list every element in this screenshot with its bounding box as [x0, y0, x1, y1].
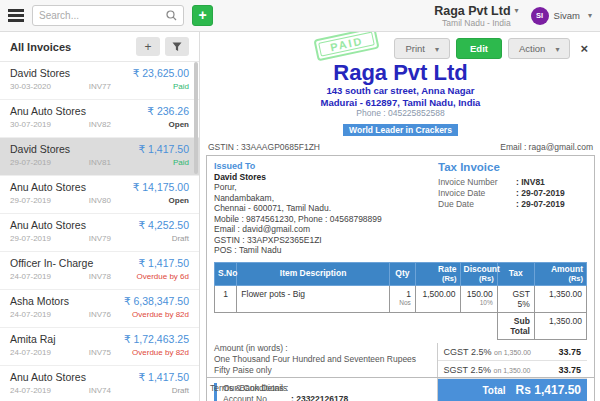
- company-tagline-badge: World Leader in Crackers: [343, 124, 458, 136]
- invoice-amount: ₹ 1,417.50: [139, 257, 189, 269]
- invoice-date: 30-07-2019: [10, 120, 89, 129]
- sgst-value: 33.75: [558, 365, 581, 375]
- tax-invoice-heading: Tax Invoice: [438, 161, 587, 173]
- item-sno: 1: [215, 285, 237, 312]
- invoice-list-item[interactable]: David Stores₹ 23,625.00 30-03-2020INV77P…: [0, 62, 199, 100]
- item-description: Flower pots - Big: [237, 285, 390, 312]
- edit-button[interactable]: Edit: [456, 38, 502, 59]
- company-address-line1: 143 south car street, Anna Nagar: [201, 85, 600, 97]
- avatar[interactable]: SI: [531, 7, 549, 25]
- filter-button[interactable]: [165, 37, 189, 56]
- invoice-number: INV74: [89, 386, 172, 395]
- invoice-status: Draft: [172, 386, 189, 395]
- item-qty: 1Nos: [389, 285, 415, 312]
- company-header: Raga Pvt Ltd 143 south car street, Anna …: [201, 60, 600, 137]
- invoice-customer: Anu Auto Stores: [10, 181, 86, 193]
- invoice-customer: Anu Auto Stores: [10, 371, 86, 383]
- filter-icon: [172, 42, 182, 52]
- new-invoice-button[interactable]: +: [192, 5, 213, 26]
- invoice-status: Overdue by 82d: [132, 310, 189, 319]
- invoice-list-item[interactable]: Amita Raj₹ 1,72,463.25 24-07-2019INV75Ov…: [0, 328, 199, 366]
- invoice-customer: Anu Auto Stores: [10, 219, 86, 231]
- invoice-customer: David Stores: [10, 143, 70, 155]
- amount-words: One Thousand Four Hundred and Seventeen …: [214, 354, 431, 376]
- amount-words-label: Amount (in words) :: [214, 343, 431, 354]
- organization-name: Raga Pvt Ltd: [434, 4, 510, 18]
- invoice-list-item[interactable]: Anu Auto Stores₹ 1,417.50 24-07-2019INV7…: [0, 366, 199, 401]
- invoice-customer: Anu Auto Stores: [10, 105, 86, 117]
- search-input[interactable]: [39, 10, 166, 21]
- user-menu-chevron-icon[interactable]: ▾: [588, 11, 592, 20]
- invoice-list-item[interactable]: Anu Auto Stores₹ 4,252.50 29-07-2019INV7…: [0, 214, 199, 252]
- customer-pos: POS : Tamil Nadu: [214, 245, 430, 256]
- invoice-amount: ₹ 14,175.00: [133, 181, 189, 193]
- print-button[interactable]: Print▾: [394, 38, 450, 59]
- customer-contact: Mobile : 9874561230, Phone : 04568798899: [214, 214, 430, 225]
- company-email: Email : raga@gmail.com: [500, 142, 593, 152]
- cgst-value: 33.75: [558, 347, 581, 357]
- invoice-date: 29-07-2019: [10, 158, 89, 167]
- subtotal-label: Sub Total: [497, 312, 534, 339]
- invoice-date-label: Invoice Date: [438, 188, 516, 199]
- invoice-status: Open: [169, 196, 189, 205]
- chevron-down-icon: ▾: [555, 45, 559, 54]
- action-button[interactable]: Action▾: [508, 38, 570, 59]
- organization-location: Tamil Nadu - India: [434, 18, 518, 28]
- invoice-amount: ₹ 23,625.00: [133, 67, 189, 79]
- invoice-document: Issued To David Stores Porur, Nandambaka…: [206, 155, 595, 401]
- invoice-date: 24-07-2019: [10, 348, 89, 357]
- invoice-list: David Stores₹ 23,625.00 30-03-2020INV77P…: [0, 62, 199, 401]
- invoice-date: 29-07-2019: [10, 234, 89, 243]
- invoice-number: INV81: [89, 158, 173, 167]
- invoice-customer: Officer In- Charge: [10, 257, 93, 269]
- invoice-number: INV75: [89, 348, 132, 357]
- invoice-list-item[interactable]: Officer In- Charge₹ 1,417.50 24-07-2019I…: [0, 252, 199, 290]
- due-date-label: Due Date: [438, 199, 516, 210]
- invoice-number: INV82: [89, 120, 169, 129]
- terms-section: Terms & Conditions :: [207, 377, 594, 401]
- invoice-status: Overdue by 82d: [132, 348, 189, 357]
- invoice-amount: ₹ 1,417.50: [139, 143, 189, 155]
- item-tax: GST 5%: [497, 285, 534, 312]
- sidebar-scrollbar[interactable]: [194, 62, 198, 174]
- chevron-down-icon: ▾: [515, 6, 519, 15]
- company-name: Raga Pvt Ltd: [201, 60, 600, 85]
- invoice-date: 24-07-2019: [10, 386, 89, 395]
- due-date-value: : 29-07-2019: [516, 199, 565, 210]
- invoice-toolbar: PAID Print▾ Edit Action▾ ×: [201, 32, 600, 60]
- invoice-amount: ₹ 1,72,463.25: [124, 333, 189, 345]
- invoice-status: Overdue by 6d: [137, 272, 189, 281]
- invoice-amount: ₹ 236.26: [147, 105, 189, 117]
- sidebar-add-button[interactable]: +: [136, 37, 160, 56]
- sidebar-header: All Invoices +: [0, 32, 199, 62]
- invoice-number-value: : INV81: [516, 177, 545, 188]
- invoice-date: 24-07-2019: [10, 272, 89, 281]
- invoice-list-item[interactable]: Asha Motors₹ 6,38,347.50 24-07-2019INV76…: [0, 290, 199, 328]
- invoice-list-item-selected[interactable]: David Stores₹ 1,417.50 29-07-2019INV81Pa…: [0, 138, 199, 176]
- invoice-customer: Amita Raj: [10, 333, 56, 345]
- search-box[interactable]: [32, 5, 184, 26]
- item-rate: 1,500.00: [415, 285, 460, 312]
- invoice-status: Paid: [173, 82, 189, 91]
- invoice-detail-panel: PAID Print▾ Edit Action▾ × Raga Pvt Ltd …: [201, 32, 600, 401]
- top-bar: + Raga Pvt Ltd ▾ Tamil Nadu - India SI S…: [0, 0, 600, 32]
- close-icon[interactable]: ×: [580, 41, 588, 56]
- search-icon: [166, 10, 177, 21]
- customer-address: Nandambakam,: [214, 193, 430, 204]
- invoice-amount: ₹ 4,252.50: [139, 219, 189, 231]
- invoice-list-item[interactable]: Anu Auto Stores₹ 236.26 30-07-2019INV82O…: [0, 100, 199, 138]
- table-row: 1 Flower pots - Big 1Nos 1,500.00 150.00…: [215, 285, 587, 312]
- customer-address: Porur,: [214, 182, 430, 193]
- invoice-list-item[interactable]: Anu Auto Stores₹ 14,175.00 29-07-2019INV…: [0, 176, 199, 214]
- customer-name: David Stores: [214, 172, 430, 183]
- paid-stamp: PAID: [313, 32, 380, 61]
- invoice-amount: ₹ 1,417.50: [139, 371, 189, 383]
- line-items-table: S.No Item Description Qty Rate(Rs) Disco…: [214, 262, 587, 340]
- invoice-customer: David Stores: [10, 67, 70, 79]
- sgst-label: SGST 2.5%: [444, 365, 491, 375]
- invoice-number: INV78: [89, 272, 137, 281]
- menu-icon[interactable]: [8, 7, 24, 25]
- invoice-number: INV76: [89, 310, 132, 319]
- invoice-amount: ₹ 6,38,347.50: [124, 295, 189, 307]
- organization-switcher[interactable]: Raga Pvt Ltd ▾ Tamil Nadu - India: [434, 4, 518, 28]
